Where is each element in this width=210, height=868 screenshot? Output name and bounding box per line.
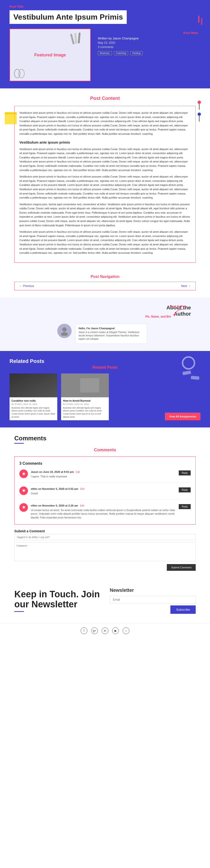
newsletter-email-input[interactable] — [110, 596, 196, 603]
deco-ring — [181, 356, 196, 370]
author-card: Hello, I'm Jason Champagne! Jason is a c… — [57, 324, 196, 344]
svg-point-15 — [61, 332, 68, 336]
deco-yellow-note — [5, 112, 17, 124]
related-post-content-2: How to Avoid Burnout BY ETDEV | MAY 22, … — [61, 397, 109, 420]
svg-rect-18 — [191, 376, 199, 380]
post-meta-author: Written by Jason Champagne — [98, 36, 198, 40]
newsletter-heading: Keep in Touch. Join our Newsletter — [14, 589, 100, 610]
svg-rect-17 — [182, 370, 191, 375]
related-post-img-svg-2 — [61, 373, 109, 397]
post-meta-label: Post Meta — [98, 31, 198, 35]
comment-author-1: Jason on June 18, 2020 at 9:01 pm — [31, 470, 74, 473]
svg-rect-10 — [199, 116, 200, 122]
related-post-img-1 — [9, 373, 57, 397]
comment-item-2: ✱ et0ev on November 5, 2020 at 5:52 pm E… — [19, 487, 191, 499]
view-all-button[interactable]: View All Assignments — [165, 413, 201, 420]
svg-point-9 — [198, 113, 201, 116]
comment-textarea[interactable] — [14, 542, 196, 561]
next-link[interactable]: Next → — [181, 284, 191, 288]
svg-rect-12 — [5, 112, 17, 114]
svg-rect-20 — [9, 373, 57, 397]
comment-body-2: et0ev on November 5, 2020 at 5:52 pm Edi… — [31, 487, 176, 495]
related-section: Related Posts Related Posts — [0, 351, 210, 428]
author-bio-box: Hello, I'm Jason Champagne! Jason is a c… — [75, 324, 147, 344]
comments-count: 3 Comments — [19, 461, 191, 466]
comment-author-2: et0ev on November 5, 2020 at 5:52 pm — [31, 487, 78, 490]
svg-rect-2 — [78, 32, 81, 43]
footer-facebook-icon[interactable]: f — [81, 627, 88, 634]
related-posts-grid: Curabitur non nulla BY ETDEV | MAY 22, 2… — [9, 373, 201, 420]
reply-btn-3[interactable]: Reply — [179, 504, 191, 509]
svg-point-4 — [19, 69, 24, 78]
post-nav-title: Post Navigation — [14, 275, 196, 279]
comment-edit-2[interactable]: Edit — [80, 488, 84, 490]
content-p1: Vestibulum ante ipsum primis in faucibus… — [19, 111, 191, 136]
comment-edit-3[interactable]: Edit — [80, 504, 84, 507]
svg-rect-0 — [70, 34, 75, 45]
comments-label: Comments — [14, 447, 196, 453]
newsletter-left: Keep in Touch. Join our Newsletter — [14, 589, 100, 612]
comment-item-1: ✱ Jason on June 18, 2020 at 9:01 pm Edit… — [19, 469, 191, 483]
comments-underline — [14, 443, 24, 444]
comments-box: 3 Comments ✱ Jason on June 18, 2020 at 9… — [14, 456, 196, 524]
svg-rect-8 — [199, 104, 200, 110]
related-post-text-1: Business Divi ultimate ligula sed magna … — [11, 406, 56, 418]
related-post-img-2 — [61, 373, 109, 397]
featured-image-box: Featured Image — [9, 29, 91, 81]
comment-edit-1[interactable]: Edit — [76, 471, 80, 473]
reply-btn-1[interactable]: Reply — [179, 470, 191, 475]
post-nav-section: Post Navigation ← Previous Next → — [0, 270, 210, 298]
related-post-card-1: Curabitur non nulla BY ETDEV | MAY 22, 2… — [9, 373, 57, 420]
clips-decoration — [12, 69, 27, 79]
comments-section-title: Comments — [14, 435, 196, 442]
footer-linkedin-icon[interactable]: in — [102, 627, 108, 634]
svg-rect-6 — [201, 18, 202, 25]
svg-rect-5 — [198, 16, 200, 23]
post-meta-date: May 23, 2020 — [98, 41, 198, 44]
svg-point-7 — [198, 101, 201, 104]
author-section: About theAuthor Post AuthorPic, Name, an… — [0, 298, 210, 351]
content-p5: Vestibulum ante ipsum primis in faucibus… — [19, 230, 191, 255]
tag-hosting: Hosting — [130, 51, 143, 55]
newsletter-underline — [14, 611, 24, 612]
name-input[interactable] — [14, 534, 196, 540]
content-p3: Vestibulum ante ipsum primis in faucibus… — [19, 175, 191, 200]
newsletter-right: Newsletter Subscribe — [110, 588, 196, 614]
newsletter-section: Keep in Touch. Join our Newsletter Newsl… — [0, 578, 210, 623]
submit-fields — [14, 534, 196, 540]
post-content-section: Post Content Vestibulum ante ipsum primi… — [0, 88, 210, 270]
svg-marker-13 — [173, 314, 175, 316]
related-post-title-1: Curabitur non nulla — [11, 399, 56, 402]
comment-text-1: I agree. That is really important. — [31, 475, 176, 478]
related-post-title-2: How to Avoid Burnout — [63, 399, 107, 402]
reply-btn-2[interactable]: Reply — [179, 487, 191, 492]
related-post-meta-1: BY ETDEV | MAY 22, 2020 — [11, 403, 56, 405]
footer-youtube-icon[interactable]: ▶ — [112, 627, 119, 634]
prev-link[interactable]: ← Previous — [19, 284, 34, 288]
post-meta-tags: Business Coaching Hosting — [98, 51, 198, 55]
comments-section: Comments Comments 3 Comments ✱ Jason on … — [0, 428, 210, 578]
deco-tapes — [181, 370, 201, 384]
post-title-label: Post Title — [9, 5, 201, 8]
post-meta: Post Meta Written by Jason Champagne May… — [96, 29, 201, 81]
svg-rect-22 — [80, 378, 99, 393]
footer-other-icon[interactable]: ○ — [123, 627, 129, 634]
tag-coaching: Coaching — [114, 51, 128, 55]
svg-rect-1 — [74, 33, 77, 44]
content-box: Vestibulum ante ipsum primis in faucibus… — [14, 106, 196, 262]
author-avatar — [57, 324, 72, 338]
related-post-content-1: Curabitur non nulla BY ETDEV | MAY 22, 2… — [9, 397, 57, 420]
submit-comment-button[interactable]: Submit Comment — [167, 564, 196, 571]
comment-text-2: Great! — [31, 492, 176, 495]
footer-googleplus-icon[interactable]: g+ — [91, 627, 98, 634]
comment-text-3: Ut ornare lectus sit amet. So amet commo… — [31, 508, 176, 519]
deco-clips-right — [196, 14, 205, 33]
post-meta-comments: 3 comments — [98, 45, 198, 49]
related-post-meta-2: BY ETDEV | MAY 22, 2020 — [63, 403, 107, 405]
post-nav-links: ← Previous Next → — [14, 282, 196, 290]
author-avatar-icon — [60, 326, 69, 336]
related-post-text-2: Business Divi ultimate ligula sed magna … — [63, 406, 107, 418]
submit-comment-title: Submit a Comment — [14, 529, 196, 533]
post-author-arrow-label: Post AuthorPic, Name, and Bio — [145, 305, 186, 318]
newsletter-subscribe-button[interactable]: Subscribe — [170, 606, 196, 614]
